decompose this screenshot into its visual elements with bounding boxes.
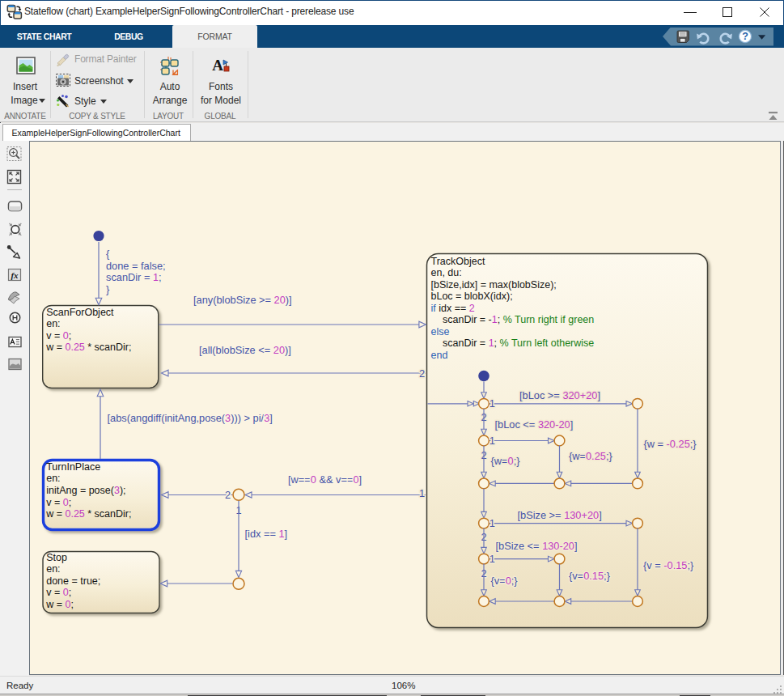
svg-text:{v=0;}: {v=0;} bbox=[491, 575, 519, 587]
svg-text:scanDir = 1; % Turn left other: scanDir = 1; % Turn left otherwise bbox=[443, 337, 594, 349]
svg-text:2: 2 bbox=[225, 489, 231, 501]
svg-text:{v = -0.15;}: {v = -0.15;} bbox=[643, 559, 694, 571]
svg-text:{: { bbox=[106, 248, 110, 260]
svg-text:initAng = pose(3);: initAng = pose(3); bbox=[46, 485, 125, 496]
svg-text:[abs(angdiff(initAng,pose(3))): [abs(angdiff(initAng,pose(3))) > pi/3] bbox=[108, 412, 273, 424]
svg-text:[bLoc <= 320-20]: [bLoc <= 320-20] bbox=[495, 418, 574, 431]
svg-text:scanDir = 1;: scanDir = 1; bbox=[106, 271, 162, 283]
svg-text:en, du:: en, du: bbox=[431, 267, 462, 278]
svg-text:ScanForObject: ScanForObject bbox=[46, 307, 114, 318]
svg-text:[idx == 1]: [idx == 1] bbox=[245, 528, 288, 540]
svg-text:scanDir = -1; % Turn right if: scanDir = -1; % Turn right if green bbox=[443, 314, 594, 325]
svg-text:TurnInPlace: TurnInPlace bbox=[46, 461, 100, 473]
svg-text:else: else bbox=[431, 326, 450, 337]
svg-text:v = 0;: v = 0; bbox=[46, 587, 71, 598]
svg-text:[any(blobSize >= 20)]: [any(blobSize >= 20)] bbox=[193, 294, 292, 306]
svg-text:1: 1 bbox=[489, 397, 495, 410]
svg-text:1: 1 bbox=[419, 487, 425, 499]
svg-text:done = false;: done = false; bbox=[106, 260, 166, 272]
svg-text:?: ? bbox=[742, 31, 748, 42]
svg-text:[bSize,idx] = max(blobSize);: [bSize,idx] = max(blobSize); bbox=[431, 279, 557, 291]
svg-text:1: 1 bbox=[489, 517, 495, 529]
svg-text:v = 0;: v = 0; bbox=[46, 330, 71, 342]
svg-text:2: 2 bbox=[419, 367, 425, 380]
svg-text:[bSize <= 130-20]: [bSize <= 130-20] bbox=[496, 540, 578, 552]
svg-text:TrackObject: TrackObject bbox=[431, 256, 485, 267]
svg-text:{v=0.15;}: {v=0.15;} bbox=[569, 570, 611, 582]
svg-text:bLoc = blobX(idx);: bLoc = blobX(idx); bbox=[431, 291, 513, 302]
svg-text:[bSize >= 130+20]: [bSize >= 130+20] bbox=[518, 509, 602, 521]
svg-text:[w==0 && v==0]: [w==0 && v==0] bbox=[288, 473, 362, 486]
svg-text:{w = -0.25;}: {w = -0.25;} bbox=[644, 438, 697, 450]
svg-text:}: } bbox=[106, 283, 110, 295]
svg-text:w = 0.25 * scanDir;: w = 0.25 * scanDir; bbox=[45, 342, 131, 353]
svg-text:[bLoc >= 320+20]: [bLoc >= 320+20] bbox=[519, 389, 600, 401]
svg-text:[all(blobSize <= 20)]: [all(blobSize <= 20)] bbox=[199, 344, 291, 356]
svg-text:1: 1 bbox=[489, 553, 495, 565]
svg-text:if idx == 2: if idx == 2 bbox=[431, 303, 475, 314]
svg-text:A: A bbox=[212, 57, 223, 74]
svg-text:en:: en: bbox=[46, 473, 60, 484]
svg-text:Stop: Stop bbox=[46, 552, 67, 563]
svg-text:end: end bbox=[431, 350, 448, 361]
svg-text:{w=0.25;}: {w=0.25;} bbox=[569, 450, 612, 462]
svg-text:1: 1 bbox=[489, 435, 495, 447]
svg-text:en:: en: bbox=[46, 563, 60, 575]
svg-text:v = 0;: v = 0; bbox=[46, 497, 71, 508]
svg-text:{w=0;}: {w=0;} bbox=[491, 455, 521, 467]
svg-text:w = 0.25 * scanDir;: w = 0.25 * scanDir; bbox=[45, 508, 131, 520]
svg-text:w = 0;: w = 0; bbox=[45, 599, 74, 610]
svg-text:fx: fx bbox=[11, 270, 19, 280]
svg-text:done = true;: done = true; bbox=[46, 575, 100, 587]
svg-text:en:: en: bbox=[46, 318, 60, 329]
